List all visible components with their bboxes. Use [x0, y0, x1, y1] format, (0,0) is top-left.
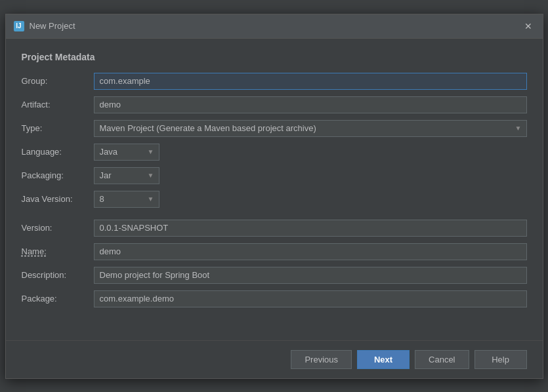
type-select[interactable]: Maven Project (Generate a Maven based pr…: [94, 120, 527, 137]
packaging-row: Packaging: Jar War ▼: [22, 167, 527, 184]
group-row: Group:: [22, 73, 527, 90]
next-button[interactable]: Next: [357, 350, 410, 369]
title-bar-left: IJ New Project: [14, 21, 75, 31]
previous-button[interactable]: Previous: [291, 350, 352, 369]
app-icon: IJ: [14, 21, 24, 31]
new-project-dialog: IJ New Project ✕ Project Metadata Group:…: [5, 14, 543, 379]
java-version-select-wrapper: 8 11 17 21 ▼: [94, 191, 159, 208]
language-select[interactable]: Java Kotlin Groovy: [94, 144, 159, 161]
description-row: Description:: [22, 267, 527, 284]
close-button[interactable]: ✕: [522, 20, 535, 33]
package-row: Package:: [22, 290, 527, 307]
group-label: Group:: [22, 76, 94, 86]
language-select-wrapper: Java Kotlin Groovy ▼: [94, 144, 159, 161]
name-row: Name:: [22, 243, 527, 260]
java-version-label: Java Version:: [22, 194, 94, 204]
language-label: Language:: [22, 147, 94, 157]
group-input[interactable]: [94, 73, 527, 90]
artifact-row: Artifact:: [22, 96, 527, 113]
package-input[interactable]: [94, 290, 527, 307]
version-row: Version:: [22, 220, 527, 237]
artifact-label: Artifact:: [22, 100, 94, 109]
packaging-select-wrapper: Jar War ▼: [94, 167, 159, 184]
java-version-select[interactable]: 8 11 17 21: [94, 191, 159, 208]
help-button[interactable]: Help: [474, 350, 527, 369]
version-label: Version:: [22, 223, 94, 233]
section-title: Project Metadata: [22, 52, 527, 62]
dialog-title: New Project: [30, 21, 75, 31]
title-bar: IJ New Project ✕: [6, 14, 543, 39]
type-select-wrapper: Maven Project (Generate a Maven based pr…: [94, 120, 527, 137]
package-label: Package:: [22, 294, 94, 304]
cancel-button[interactable]: Cancel: [415, 350, 469, 369]
java-version-row: Java Version: 8 11 17 21 ▼: [22, 191, 527, 208]
packaging-label: Packaging:: [22, 170, 94, 180]
type-row: Type: Maven Project (Generate a Maven ba…: [22, 120, 527, 137]
artifact-input[interactable]: [94, 96, 527, 113]
version-input[interactable]: [94, 220, 527, 237]
language-row: Language: Java Kotlin Groovy ▼: [22, 144, 527, 161]
description-label: Description:: [22, 270, 94, 280]
dialog-footer: Previous Next Cancel Help: [6, 340, 543, 378]
name-input[interactable]: [94, 243, 527, 260]
description-input[interactable]: [94, 267, 527, 284]
dialog-body: Project Metadata Group: Artifact: Type: …: [6, 39, 543, 327]
packaging-select[interactable]: Jar War: [94, 167, 159, 184]
type-label: Type:: [22, 123, 94, 133]
name-label: Name:: [22, 246, 94, 256]
